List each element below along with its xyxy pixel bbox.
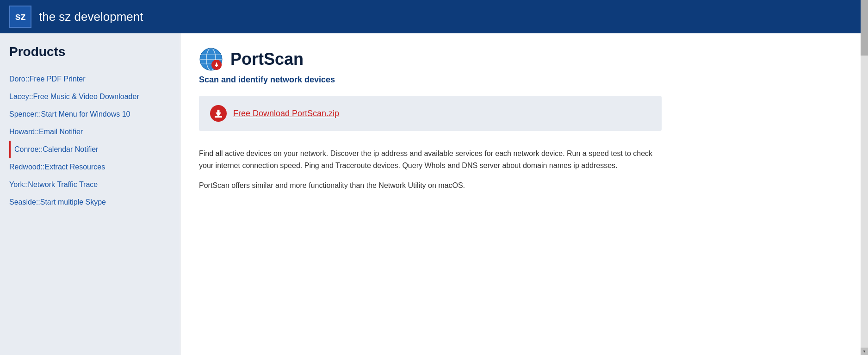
sidebar-item-spencer[interactable]: Spencer::Start Menu for Windows 10 [9,106,171,123]
description-paragraph-2: PortScan offers similar and more functio… [199,180,662,192]
sidebar: Products Doro::Free PDF Printer Lacey::F… [0,33,180,355]
product-description: Find all active devices on your network.… [199,148,662,192]
scrollbar-track[interactable]: ▲ ▼ [861,0,868,355]
product-title: PortScan [230,50,304,69]
header-title: the sz development [39,10,143,24]
scrollbar-down-button[interactable]: ▼ [861,348,868,355]
app-header: sz the sz development [0,0,868,33]
sidebar-item-conroe[interactable]: Conroe::Calendar Notifier [9,141,171,158]
download-icon [210,105,227,122]
logo-badge: sz [9,6,31,28]
sidebar-item-redwood[interactable]: Redwood::Extract Resources [9,158,171,176]
svg-rect-8 [216,65,217,67]
svg-rect-11 [217,110,220,114]
product-subtitle: Scan and identify network devices [199,75,842,85]
download-link[interactable]: Free Download PortScan.zip [233,109,339,118]
sidebar-item-lacey[interactable]: Lacey::Free Music & Video Downloader [9,88,171,106]
logo-text: sz [15,11,25,23]
main-layout: Products Doro::Free PDF Printer Lacey::F… [0,33,868,355]
sidebar-item-doro[interactable]: Doro::Free PDF Printer [9,70,171,88]
svg-rect-12 [215,116,222,118]
description-paragraph-1: Find all active devices on your network.… [199,148,662,172]
main-content: PortScan Scan and identify network devic… [180,33,861,355]
product-icon [199,47,223,71]
product-header: PortScan [199,47,842,71]
scrollbar-thumb[interactable] [861,0,868,56]
sidebar-item-howard[interactable]: Howard::Email Notifier [9,123,171,141]
sidebar-item-york[interactable]: York::Network Traffic Trace [9,176,171,193]
download-box: Free Download PortScan.zip [199,96,662,131]
sidebar-heading: Products [9,44,171,59]
sidebar-item-seaside[interactable]: Seaside::Start multiple Skype [9,193,171,211]
